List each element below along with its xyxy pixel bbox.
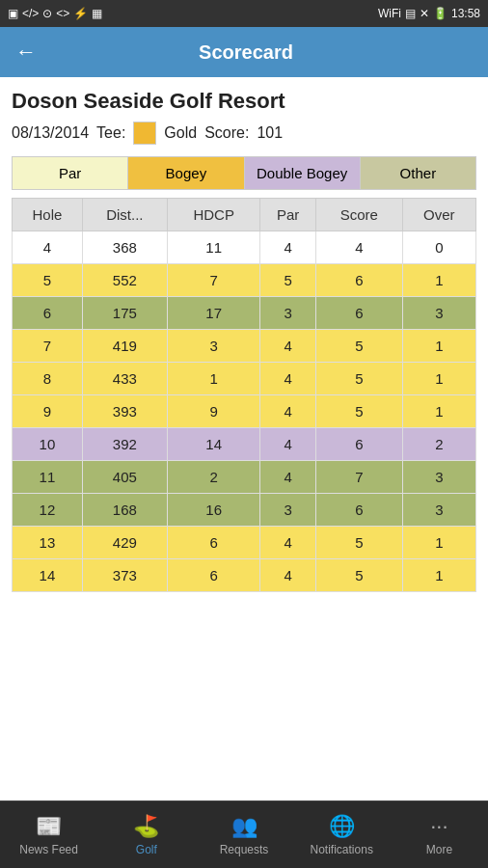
- cell-par-5: 4: [260, 395, 316, 428]
- cell-dist-6: 392: [82, 428, 167, 461]
- course-name: Doson Seaside Golf Resort: [12, 89, 476, 114]
- cell-score-10: 5: [315, 559, 402, 592]
- score-legend: Par Bogey Double Bogey Other: [12, 156, 476, 190]
- tee-name: Gold: [164, 124, 197, 142]
- table-row: 74193451: [13, 330, 476, 363]
- cell-over-3: 1: [402, 330, 475, 363]
- cell-par-2: 3: [260, 297, 316, 330]
- cell-dist-7: 405: [82, 461, 167, 494]
- tee-color-box: [133, 122, 156, 145]
- icon-code: </>: [22, 7, 39, 20]
- table-row: 143736451: [13, 559, 476, 592]
- cell-over-4: 1: [402, 363, 475, 395]
- nav-notifications[interactable]: 🌐 Notifications: [293, 801, 391, 868]
- table-row: 114052473: [13, 461, 476, 494]
- time-display: 13:58: [451, 7, 480, 20]
- cell-score-2: 6: [315, 297, 402, 330]
- icon-code2: <>: [56, 7, 69, 20]
- back-button[interactable]: ←: [15, 40, 37, 65]
- cell-hole-5: 9: [13, 395, 83, 428]
- score-label: Score:: [204, 124, 249, 142]
- cell-over-9: 1: [402, 527, 475, 559]
- cell-dist-8: 168: [82, 494, 167, 527]
- battery-icon: 🔋: [433, 7, 447, 20]
- legend-par: Par: [13, 157, 128, 189]
- cell-over-2: 3: [402, 297, 475, 330]
- cell-hdcp-5: 9: [167, 395, 260, 428]
- cell-par-10: 4: [260, 559, 316, 592]
- legend-bogey: Bogey: [128, 157, 244, 189]
- cell-hdcp-2: 17: [167, 297, 260, 330]
- tee-label: Tee:: [96, 124, 125, 142]
- cell-hdcp-10: 6: [167, 559, 260, 592]
- table-row: 55527561: [13, 264, 476, 297]
- score-table: Hole Dist... HDCP Par Score Over 4368114…: [12, 198, 476, 592]
- table-row: 1216816363: [13, 494, 476, 527]
- col-score: Score: [315, 199, 402, 231]
- col-dist: Dist...: [82, 199, 167, 231]
- cell-score-1: 6: [315, 264, 402, 297]
- wifi-icon: WiFi: [378, 7, 401, 20]
- table-header-row: Hole Dist... HDCP Par Score Over: [13, 199, 476, 231]
- cell-hole-9: 13: [13, 527, 83, 559]
- news-feed-label: News Feed: [19, 843, 78, 856]
- cell-hole-0: 4: [13, 231, 83, 264]
- cell-hole-4: 8: [13, 363, 83, 395]
- cell-over-7: 3: [402, 461, 475, 494]
- icon-usb: ⚡: [73, 7, 88, 20]
- cell-hdcp-4: 1: [167, 363, 260, 395]
- app-header: ← Scorecard: [0, 27, 488, 77]
- notifications-label: Notifications: [311, 843, 373, 856]
- cell-over-10: 1: [402, 559, 475, 592]
- nav-news-feed[interactable]: 📰 News Feed: [0, 801, 97, 868]
- cell-dist-1: 552: [82, 264, 167, 297]
- table-row: 617517363: [13, 297, 476, 330]
- cell-hole-10: 14: [13, 559, 83, 592]
- cell-dist-4: 433: [82, 363, 167, 395]
- notifications-icon: 🌐: [329, 814, 355, 839]
- cell-hdcp-9: 6: [167, 527, 260, 559]
- cell-hole-1: 5: [13, 264, 83, 297]
- cell-over-8: 3: [402, 494, 475, 527]
- cell-par-1: 5: [260, 264, 316, 297]
- cell-par-7: 4: [260, 461, 316, 494]
- cell-par-9: 4: [260, 527, 316, 559]
- cell-score-6: 6: [315, 428, 402, 461]
- status-icons-left: ▣ </> ⊙ <> ⚡ ▦: [8, 7, 102, 20]
- cell-hdcp-6: 14: [167, 428, 260, 461]
- cell-dist-5: 393: [82, 395, 167, 428]
- cell-par-4: 4: [260, 363, 316, 395]
- icon-screen: ▣: [8, 7, 18, 20]
- cell-score-5: 5: [315, 395, 402, 428]
- golf-icon: ⛳: [133, 814, 159, 839]
- nav-more[interactable]: ··· More: [391, 801, 488, 868]
- cell-score-3: 5: [315, 330, 402, 363]
- col-hdcp: HDCP: [167, 199, 260, 231]
- round-date: 08/13/2014: [12, 124, 89, 142]
- cell-score-4: 5: [315, 363, 402, 395]
- cell-hdcp-0: 11: [167, 231, 260, 264]
- icon-bars: ▦: [92, 7, 102, 20]
- main-content: Doson Seaside Golf Resort 08/13/2014 Tee…: [0, 77, 488, 592]
- cell-par-8: 3: [260, 494, 316, 527]
- cell-score-7: 7: [315, 461, 402, 494]
- golf-label: Golf: [136, 843, 157, 856]
- cell-score-9: 5: [315, 527, 402, 559]
- legend-double-bogey: Double Bogey: [245, 157, 361, 189]
- cell-hole-6: 10: [13, 428, 83, 461]
- table-row: 84331451: [13, 363, 476, 395]
- cell-hdcp-8: 16: [167, 494, 260, 527]
- cell-hole-2: 6: [13, 297, 83, 330]
- table-row: 436811440: [13, 231, 476, 264]
- cell-par-3: 4: [260, 330, 316, 363]
- cell-par-6: 4: [260, 428, 316, 461]
- col-over: Over: [402, 199, 475, 231]
- cell-dist-9: 429: [82, 527, 167, 559]
- nav-golf[interactable]: ⛳ Golf: [97, 801, 195, 868]
- score-rows: 4368114405552756161751736374193451843314…: [13, 231, 476, 592]
- cell-par-0: 4: [260, 231, 316, 264]
- cell-dist-0: 368: [82, 231, 167, 264]
- score-value: 101: [257, 124, 283, 142]
- nav-requests[interactable]: 👥 Requests: [195, 801, 292, 868]
- cell-over-1: 1: [402, 264, 475, 297]
